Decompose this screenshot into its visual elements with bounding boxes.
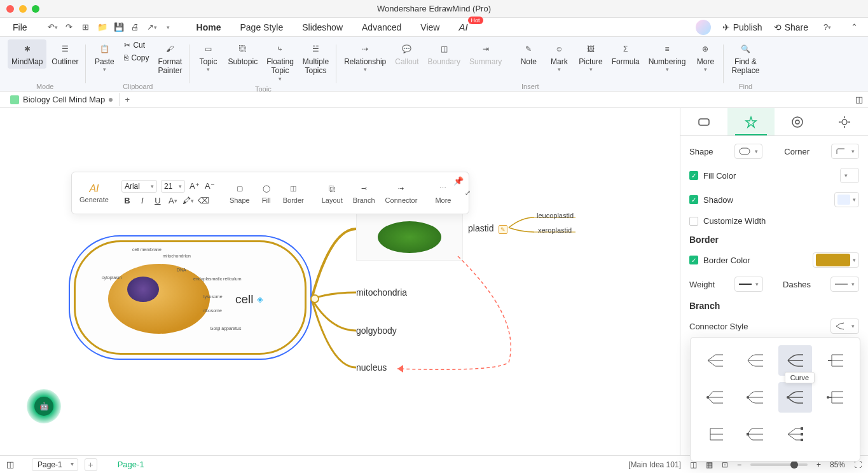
tab-ai[interactable]: AI Hot (450, 19, 476, 35)
mindmap-button[interactable]: ✱ MindMap (8, 39, 46, 69)
minimize-window[interactable] (19, 5, 27, 13)
note-indicator-icon[interactable]: ✎ (499, 225, 507, 234)
undo-button[interactable]: ↶▾ (45, 20, 60, 35)
cell-label[interactable]: cell (235, 292, 254, 306)
chloroplast-image[interactable] (356, 213, 463, 261)
node-plastid[interactable]: plastid ✎ (468, 223, 507, 234)
font-select[interactable]: Arial▾ (121, 180, 157, 193)
conn-style-10[interactable] (738, 419, 772, 449)
conn-style-2[interactable] (738, 345, 772, 376)
conn-style-9[interactable] (698, 419, 732, 449)
clear-format-button[interactable]: ⌫ (198, 195, 209, 207)
export-button[interactable]: ↗▾ (144, 20, 160, 35)
collapse-handle[interactable] (310, 294, 319, 303)
conn-style-11[interactable] (778, 419, 812, 449)
corner-dropdown[interactable]: ▾ (831, 144, 859, 159)
format-painter-button[interactable]: 🖌 Format Painter (154, 39, 186, 78)
zoom-slider[interactable] (750, 463, 808, 466)
canvas[interactable]: AI Generate Arial▾ 21▾ A⁺ A⁻ B I U A▾ 🖍▾… (0, 108, 680, 455)
ai-assistant-button[interactable]: 🤖 (27, 389, 61, 423)
conn-style-6[interactable] (738, 382, 772, 413)
outliner-button[interactable]: ☰ Outliner (48, 39, 82, 69)
font-size-select[interactable]: 21▾ (161, 180, 185, 193)
relationship-button[interactable]: ⇢Relationship▾ (340, 39, 390, 75)
topic-button[interactable]: ▭Topic▾ (193, 39, 223, 75)
conn-style-8[interactable] (818, 382, 852, 413)
ft-more[interactable]: ⋯More (431, 182, 455, 204)
fill-color-dropdown[interactable]: ▾ (840, 168, 859, 183)
bold-button[interactable]: B (121, 195, 133, 207)
conn-style-1[interactable] (698, 345, 732, 376)
open-button[interactable]: 📁 (95, 20, 110, 35)
relationship-arrow[interactable] (394, 254, 534, 375)
share-button[interactable]: ⟲ Share (774, 22, 808, 32)
weight-dropdown[interactable]: ▾ (734, 277, 763, 292)
numbering-button[interactable]: ≡Numbering▾ (645, 39, 690, 75)
connector-style-dropdown[interactable]: ▾ (830, 319, 859, 334)
print-button[interactable]: 🖨 (128, 20, 143, 35)
cell-topic-icon[interactable]: ◈ (257, 294, 267, 305)
conn-style-7[interactable] (778, 382, 812, 413)
add-tab-button[interactable]: + (120, 95, 135, 104)
help-button[interactable]: ?▾ (820, 20, 835, 35)
font-color-button[interactable]: A▾ (167, 195, 179, 207)
user-avatar[interactable] (696, 20, 711, 35)
doctab-biology[interactable]: Biology Cell Mind Map (4, 93, 120, 106)
redo-button[interactable]: ↷ (62, 20, 77, 35)
node-leucoplastid[interactable]: leucoplastid (537, 212, 574, 219)
callout-button[interactable]: 💬Callout (391, 39, 422, 69)
copy-button[interactable]: ⎘ Copy (120, 52, 153, 64)
fill-color-checkbox[interactable]: ✓ (689, 171, 698, 180)
formula-button[interactable]: ΣFormula (608, 39, 644, 69)
ft-layout[interactable]: ⿻Layout (318, 182, 347, 204)
customize-width-checkbox[interactable] (689, 217, 698, 226)
page-selector[interactable]: Page-1 (32, 458, 78, 471)
tab-home[interactable]: Home (188, 20, 230, 35)
tab-slideshow[interactable]: Slideshow (293, 20, 352, 35)
ft-fill[interactable]: ◯Fill (256, 182, 277, 204)
node-golgybody[interactable]: golgybody (356, 326, 397, 336)
paste-button[interactable]: 📋 Paste ▾ (90, 39, 119, 75)
highlight-button[interactable]: 🖍▾ (183, 195, 194, 207)
multiple-topics-button[interactable]: ☱Multiple Topics (299, 39, 333, 78)
tab-view[interactable]: View (411, 20, 448, 35)
summary-button[interactable]: ⇥Summary (465, 39, 506, 69)
conn-style-5[interactable] (698, 382, 732, 413)
cut-button[interactable]: ✂ Cut (120, 39, 153, 51)
close-window[interactable] (6, 5, 14, 13)
outline-icon[interactable]: ◫ (6, 460, 14, 469)
border-color-dropdown[interactable]: ▾ (813, 252, 859, 268)
underline-button[interactable]: U (152, 195, 163, 207)
collapse-ribbon[interactable]: ⌃ (846, 20, 862, 35)
ft-generate[interactable]: AI Generate (77, 183, 111, 203)
shape-dropdown[interactable]: ▾ (734, 144, 762, 159)
border-color-checkbox[interactable]: ✓ (689, 256, 698, 264)
rp-tab-style[interactable] (727, 108, 775, 135)
node-xeroplastid[interactable]: xeroplastid (538, 226, 572, 234)
panel-toggle[interactable]: ◫ (855, 95, 863, 104)
shadow-color-dropdown[interactable]: ▾ (834, 192, 859, 207)
ft-expand[interactable]: ⤢ (457, 187, 478, 200)
node-nucleus[interactable]: nucleus (356, 362, 387, 373)
find-replace-button[interactable]: 🔍Find & Replace (727, 39, 763, 78)
rp-tab-settings[interactable] (821, 108, 868, 135)
ft-connector[interactable]: ⇢Connector (382, 182, 422, 204)
ft-border[interactable]: ◫Border (279, 182, 308, 204)
file-menu[interactable]: File (6, 20, 34, 35)
dashes-dropdown[interactable]: ▾ (830, 277, 859, 292)
new-button[interactable]: ⊞ (78, 20, 93, 35)
page-tab-1[interactable]: Page-1 (113, 458, 149, 470)
ft-branch[interactable]: ⤙Branch (349, 182, 379, 204)
conn-style-4[interactable] (818, 345, 852, 376)
tab-page-style[interactable]: Page Style (231, 20, 292, 35)
save-button[interactable]: 💾 (111, 20, 127, 35)
mark-button[interactable]: ☺Mark▾ (544, 39, 574, 75)
publish-button[interactable]: ✈ Publish (722, 22, 762, 32)
subtopic-button[interactable]: ⿻Subtopic (224, 39, 261, 69)
boundary-button[interactable]: ◫Boundary (424, 39, 464, 69)
more-insert-button[interactable]: ⊕More▾ (691, 39, 720, 75)
more-icon[interactable]: ▾ (161, 20, 176, 35)
note-button[interactable]: ✎Note (514, 39, 543, 69)
ft-shape[interactable]: ▢Shape (226, 182, 254, 204)
font-increase[interactable]: A⁺ (189, 181, 200, 192)
